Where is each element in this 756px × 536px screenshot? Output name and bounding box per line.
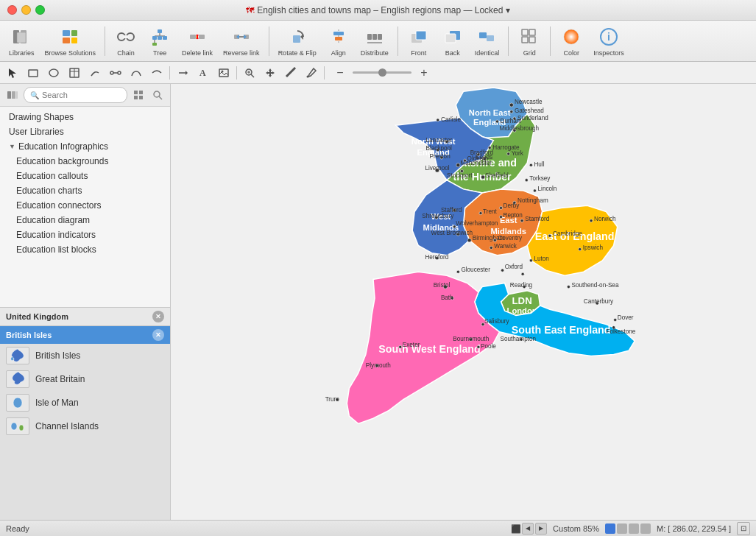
tree-item-education-connectors[interactable]: Education connectors	[0, 198, 170, 213]
tree-item-education-infographics[interactable]: Education Infographics	[0, 139, 170, 154]
city-label-west-bromwich: West Bromwich	[431, 230, 473, 236]
connector-tool[interactable]	[106, 65, 125, 81]
delete-link-button[interactable]: Delete link	[177, 24, 217, 58]
library-bi-items: British Isles Great Britain	[0, 344, 170, 438]
svg-text:LDN: LDN	[512, 295, 531, 306]
city-warwick	[490, 246, 492, 249]
list-item[interactable]: Isle of Man	[0, 391, 170, 415]
city-label-newcastle: Newcastle	[515, 99, 543, 105]
maximize-button[interactable]	[35, 5, 45, 15]
chain-button[interactable]: Chain	[110, 24, 142, 58]
zoom-slider-thumb[interactable]	[378, 68, 386, 77]
svg-rect-34	[372, 34, 377, 40]
align-icon	[327, 25, 350, 49]
library-uk-close[interactable]: ✕	[152, 311, 164, 322]
svg-rect-33	[367, 34, 372, 40]
prev-page-button[interactable]: ◀	[522, 523, 534, 535]
city-label-carlisle: Carlisle	[441, 116, 462, 123]
inspectors-label: Inspectors	[593, 49, 624, 57]
text-tool[interactable]: A	[194, 65, 213, 81]
fit-icon[interactable]: ⊡	[737, 522, 750, 535]
map-area[interactable]: North East England Yorkshire and the Hum…	[171, 84, 756, 520]
svg-text:North East: North East	[469, 108, 511, 117]
identical-icon	[475, 25, 498, 49]
list-item[interactable]: Great Britain	[0, 367, 170, 391]
zoom-level[interactable]: Custom 85%	[553, 524, 599, 533]
library-uk-header: United Kingdom ✕	[0, 308, 170, 325]
image-tool[interactable]	[214, 65, 233, 81]
align-label: Align	[331, 49, 346, 57]
svg-marker-51	[9, 68, 16, 78]
select-tool[interactable]	[3, 65, 22, 81]
minimize-button[interactable]	[21, 5, 31, 15]
zoom-slider-track[interactable]	[353, 71, 411, 74]
tree-item-drawing-shapes[interactable]: Drawing Shapes	[0, 110, 170, 124]
page-tab-2[interactable]	[629, 523, 639, 534]
rectangle-tool[interactable]	[24, 65, 43, 81]
tree-item-user-libraries[interactable]: User Libraries	[0, 124, 170, 139]
page-tab-3[interactable]	[640, 523, 651, 534]
zoom-in-button[interactable]: +	[414, 65, 434, 81]
distribute-button[interactable]: Distribute	[356, 24, 393, 58]
align-button[interactable]: Align	[322, 24, 355, 58]
search-box[interactable]: 🔍	[24, 87, 127, 103]
rotate-flip-button[interactable]: Rotate & Flip	[274, 24, 321, 58]
tree-item-education-diagram[interactable]: Education diagram	[0, 213, 170, 228]
svg-point-80	[11, 423, 17, 430]
city-coventry	[493, 239, 496, 241]
table-tool[interactable]	[65, 65, 84, 81]
ellipse-tool[interactable]	[44, 65, 63, 81]
grid-button[interactable]: Grid	[513, 24, 545, 58]
library-bi-close[interactable]: ✕	[152, 329, 164, 341]
page-tab-1[interactable]	[617, 523, 627, 534]
libraries-button[interactable]: Libraries	[4, 24, 39, 58]
city-label-bournemouth: Bournemouth	[453, 336, 489, 342]
tree-item-education-callouts[interactable]: Education callouts	[0, 169, 170, 183]
zoom-region-tool[interactable]	[240, 65, 259, 81]
tree-item-education-charts[interactable]: Education charts	[0, 183, 170, 198]
svg-rect-13	[152, 36, 157, 40]
city-label-gateshead: Gateshead	[515, 107, 544, 114]
reverse-link-button[interactable]: Reverse link	[219, 24, 264, 58]
tree-item-education-indicators[interactable]: Education indicators	[0, 228, 170, 242]
city-label-luton: Luton	[534, 255, 548, 262]
arc-tool[interactable]	[147, 65, 166, 81]
zoom-out-button[interactable]: −	[331, 65, 350, 81]
color-button[interactable]: Color	[555, 24, 587, 58]
back-button[interactable]: Back	[437, 24, 469, 58]
search-input[interactable]	[42, 91, 121, 99]
pan-tool[interactable]	[261, 65, 280, 81]
tree-item-education-backgrounds[interactable]: Education backgrounds	[0, 154, 170, 169]
identical-button[interactable]: Identical	[470, 24, 504, 58]
city-label-cambridge: Cambridge	[553, 230, 582, 237]
next-page-button[interactable]: ▶	[535, 523, 547, 535]
freehand-tool[interactable]	[85, 65, 105, 81]
tree-button[interactable]: Tree	[144, 24, 176, 58]
sidebar-search-toggle[interactable]	[149, 87, 166, 103]
pen-tool[interactable]	[281, 65, 300, 81]
curve-tool[interactable]	[127, 65, 146, 81]
list-item[interactable]: Channel Islands	[0, 415, 170, 438]
city-label-oxford: Oxford	[505, 264, 523, 270]
svg-rect-43	[522, 29, 528, 35]
thumbnail-great-britain	[6, 370, 29, 388]
list-item[interactable]: British Isles	[0, 344, 170, 367]
city-label-derby: Derby	[504, 202, 520, 209]
front-button[interactable]: Front	[403, 24, 435, 58]
library-united-kingdom: United Kingdom ✕	[0, 307, 170, 325]
city-label-norwich: Norwich	[594, 216, 615, 222]
arrow-tool[interactable]	[173, 65, 192, 81]
eyedrop-tool[interactable]	[302, 65, 321, 81]
page-nav: ⬛ ◀ ▶	[510, 523, 547, 535]
svg-line-78	[159, 96, 162, 99]
sidebar-grid-view[interactable]	[130, 87, 146, 103]
svg-rect-19	[199, 35, 205, 39]
color-icon	[559, 25, 583, 49]
close-button[interactable]	[7, 5, 17, 15]
city-durham	[495, 120, 498, 123]
tree-item-education-list-blocks[interactable]: Education list blocks	[0, 242, 170, 257]
page-tab-active[interactable]	[605, 523, 615, 534]
inspectors-button[interactable]: i Inspectors	[589, 24, 629, 58]
sidebar-library-icon[interactable]	[4, 87, 21, 103]
browse-solutions-button[interactable]: Browse Solutions	[40, 24, 101, 58]
